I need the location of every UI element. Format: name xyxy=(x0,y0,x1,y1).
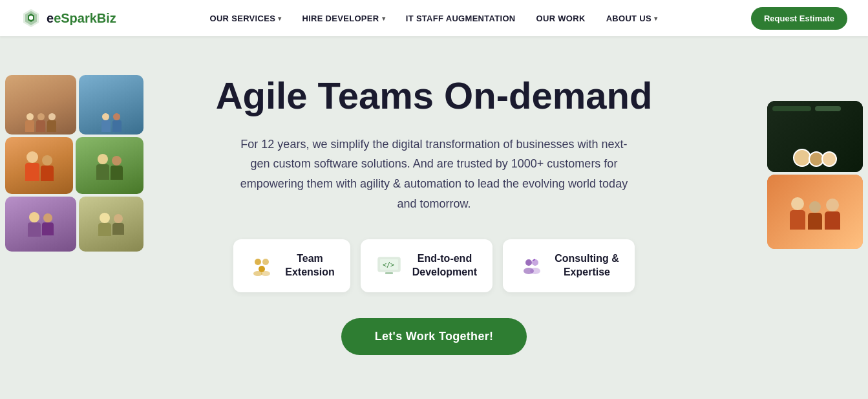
hero-subtitle: For 12 years, we simplify the digital tr… xyxy=(240,135,628,213)
svg-point-16 xyxy=(530,268,540,274)
collage-image-5 xyxy=(5,197,76,252)
service-card-team-extension[interactable]: TeamExtension xyxy=(233,239,350,292)
collage-image-1 xyxy=(5,75,76,135)
svg-marker-3 xyxy=(29,16,33,20)
collage-image-6 xyxy=(79,197,143,252)
team-extension-icon xyxy=(249,253,275,279)
team-extension-label: TeamExtension xyxy=(285,252,334,279)
collage-right xyxy=(767,101,863,249)
end-to-end-label: End-to-endDevelopment xyxy=(412,252,477,279)
service-card-end-to-end[interactable]: </> End-to-endDevelopment xyxy=(361,239,492,292)
consulting-icon xyxy=(518,253,544,279)
nav-item-about[interactable]: ABOUT US ▾ xyxy=(597,8,667,28)
svg-text:</>: </> xyxy=(383,261,394,268)
lets-work-together-button[interactable]: Let's Work Together! xyxy=(341,318,527,355)
nav-links: OUR SERVICES ▾ HIRE DEVELOPER ▾ IT STAFF… xyxy=(201,8,667,28)
svg-point-7 xyxy=(253,271,262,276)
svg-point-5 xyxy=(262,259,269,265)
consulting-label: Consulting &Expertise xyxy=(555,252,619,279)
service-card-consulting[interactable]: Consulting &Expertise xyxy=(503,239,635,292)
collage-image-3 xyxy=(5,137,73,194)
svg-point-13 xyxy=(525,259,532,266)
hero-title: Agile Teams On-demand xyxy=(216,75,653,116)
collage-image-2 xyxy=(79,75,143,135)
logo-text: eeSparkBiz xyxy=(47,11,116,26)
end-to-end-icon: </> xyxy=(376,253,402,279)
collage-image-4 xyxy=(76,137,143,194)
service-cards: TeamExtension </> End-to-endDevelopment xyxy=(216,239,653,292)
navbar: eeSparkBiz OUR SERVICES ▾ HIRE DEVELOPER… xyxy=(0,0,868,36)
request-estimate-button[interactable]: Request Estimate xyxy=(751,7,847,30)
collage-left xyxy=(5,75,146,252)
chevron-down-icon: ▾ xyxy=(278,15,281,22)
nav-item-hire[interactable]: HIRE DEVELOPER ▾ xyxy=(293,8,394,28)
svg-point-4 xyxy=(255,259,261,265)
collage-image-right-2 xyxy=(767,175,863,249)
svg-rect-12 xyxy=(385,272,393,274)
chevron-down-icon: ▾ xyxy=(654,15,657,22)
nav-item-it-staff[interactable]: IT STAFF AUGMENTATION xyxy=(397,8,525,28)
svg-point-8 xyxy=(261,271,270,276)
nav-item-our-work[interactable]: OUR WORK xyxy=(527,8,595,28)
collage-image-right-1 xyxy=(767,101,863,172)
hero-section: Agile Teams On-demand For 12 years, we s… xyxy=(0,36,868,398)
logo[interactable]: eeSparkBiz xyxy=(21,8,116,28)
hero-content: Agile Teams On-demand For 12 years, we s… xyxy=(216,75,653,355)
nav-item-services[interactable]: OUR SERVICES ▾ xyxy=(201,8,291,28)
chevron-down-icon: ▾ xyxy=(382,15,385,22)
logo-icon xyxy=(21,8,41,28)
